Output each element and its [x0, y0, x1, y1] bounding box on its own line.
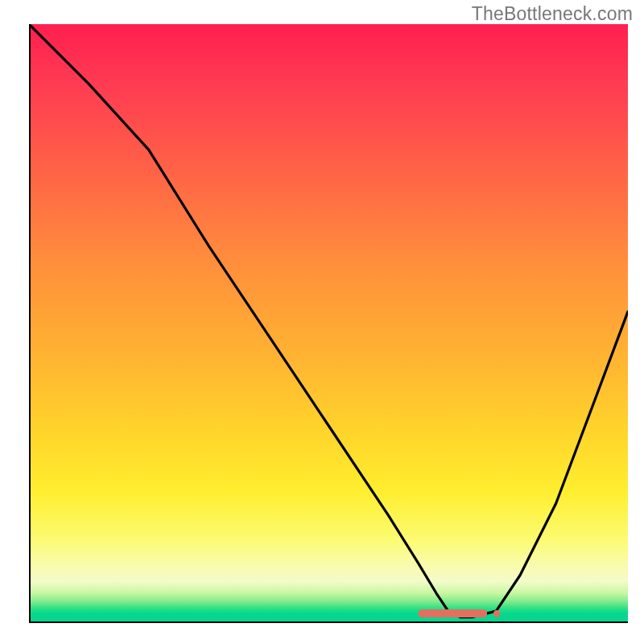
curve-overlay [29, 24, 628, 623]
plot-area [29, 24, 628, 623]
chart-root: TheBottleneck.com [0, 0, 644, 644]
bottleneck-curve [29, 24, 628, 617]
minimum-marker-dot [493, 610, 501, 617]
watermark-text: TheBottleneck.com [472, 3, 633, 25]
minimum-marker-pill [419, 609, 488, 617]
